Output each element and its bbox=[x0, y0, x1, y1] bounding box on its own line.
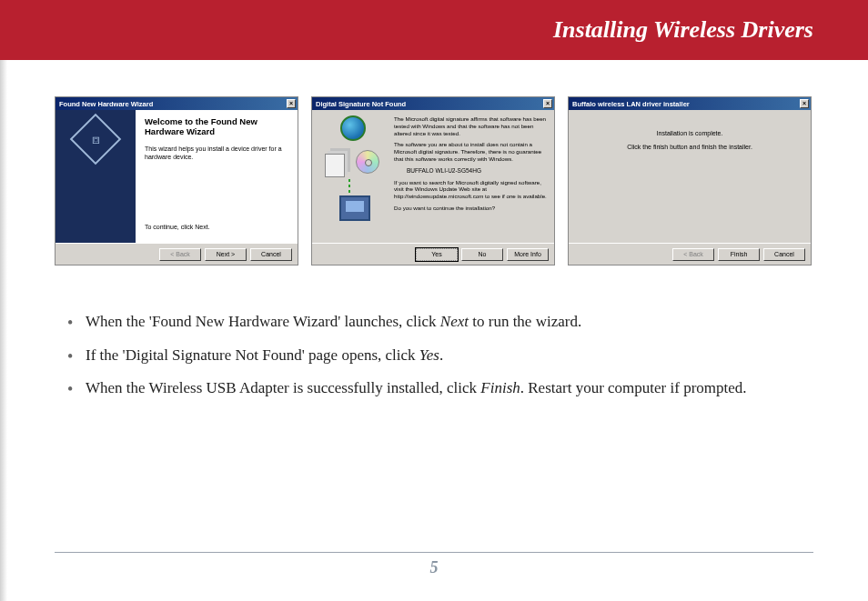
dialog-body: ⧈ Welcome to the Found New Hardware Wiza… bbox=[56, 110, 298, 243]
text: to run the wizard. bbox=[469, 313, 581, 330]
button-row: Yes No More Info bbox=[312, 243, 554, 265]
more-info-button[interactable]: More Info bbox=[507, 248, 549, 261]
text: . Restart your computer if prompted. bbox=[520, 379, 747, 396]
installer-complete-dialog: Buffalo wireless LAN driver installer × … bbox=[568, 96, 812, 265]
instruction-item: When the Wireless USB Adapter is success… bbox=[60, 377, 808, 400]
text: When the Wireless USB Adapter is success… bbox=[86, 379, 480, 396]
dialog-title: Found New Hardware Wizard bbox=[59, 100, 153, 108]
footer: 5 bbox=[55, 552, 813, 577]
instruction-list: When the 'Found New Hardware Wizard' lau… bbox=[55, 311, 813, 400]
arrow-icon bbox=[348, 179, 350, 197]
titlebar: Buffalo wireless LAN driver installer × bbox=[569, 97, 811, 110]
dialog-body: Installation is complete. Click the fini… bbox=[569, 110, 811, 243]
close-icon[interactable]: × bbox=[287, 99, 296, 108]
page-number: 5 bbox=[430, 558, 439, 576]
emphasis: Next bbox=[440, 313, 469, 330]
header-bar: Installing Wireless Drivers bbox=[0, 0, 868, 60]
found-new-hardware-dialog: Found New Hardware Wizard × ⧈ Welcome to… bbox=[55, 96, 298, 265]
digital-signature-dialog: Digital Signature Not Found × The Micros… bbox=[311, 96, 555, 265]
install-complete-text: Installation is complete. bbox=[657, 130, 723, 136]
device-name: BUFFALO WLI-U2-SG54HG bbox=[394, 167, 549, 175]
button-row: < Back Finish Cancel bbox=[569, 243, 811, 265]
content-area: Found New Hardware Wizard × ⧈ Welcome to… bbox=[0, 60, 868, 400]
back-button[interactable]: < Back bbox=[159, 248, 201, 261]
button-row: < Back Next > Cancel bbox=[56, 243, 298, 265]
no-button[interactable]: No bbox=[461, 248, 503, 261]
instruction-item: When the 'Found New Hardware Wizard' lau… bbox=[60, 311, 808, 334]
page-shadow bbox=[0, 60, 7, 601]
titlebar: Digital Signature Not Found × bbox=[312, 97, 554, 110]
text: . bbox=[439, 346, 443, 364]
titlebar: Found New Hardware Wizard × bbox=[56, 97, 298, 110]
cd-icon bbox=[356, 150, 379, 174]
dialog-row: Found New Hardware Wizard × ⧈ Welcome to… bbox=[55, 96, 813, 265]
computer-icon bbox=[339, 195, 370, 221]
sig-p1: The Microsoft digital signature affirms … bbox=[394, 115, 549, 136]
close-icon[interactable]: × bbox=[800, 99, 809, 108]
page-title: Installing Wireless Drivers bbox=[553, 16, 813, 44]
dialog-title: Buffalo wireless LAN driver installer bbox=[572, 100, 690, 108]
close-icon[interactable]: × bbox=[543, 99, 552, 108]
wizard-content: Welcome to the Found New Hardware Wizard… bbox=[136, 110, 298, 243]
emphasis: Yes bbox=[419, 346, 439, 364]
instruction-item: If the 'Digital Signature Not Found' pag… bbox=[60, 345, 808, 367]
install-graphic bbox=[321, 148, 385, 221]
yes-button[interactable]: Yes bbox=[416, 248, 458, 261]
sig-p3: If you want to search for Microsoft digi… bbox=[394, 179, 549, 200]
hardware-icon: ⧈ bbox=[70, 114, 122, 165]
text: If the 'Digital Signature Not Found' pag… bbox=[86, 346, 419, 364]
dialog-body: The Microsoft digital signature affirms … bbox=[312, 110, 554, 243]
globe-icon bbox=[340, 115, 366, 141]
back-button[interactable]: < Back bbox=[672, 248, 714, 261]
cancel-button[interactable]: Cancel bbox=[763, 248, 805, 261]
text: When the 'Found New Hardware Wizard' lau… bbox=[86, 313, 440, 330]
dialog-title: Digital Signature Not Found bbox=[316, 100, 406, 108]
sig-p4: Do you want to continue the installation… bbox=[394, 205, 549, 212]
docs-icon bbox=[325, 154, 345, 177]
signature-graphic bbox=[318, 115, 389, 237]
signature-text: The Microsoft digital signature affirms … bbox=[394, 115, 549, 237]
cancel-button[interactable]: Cancel bbox=[250, 248, 292, 261]
wizard-heading: Welcome to the Found New Hardware Wizard bbox=[145, 117, 288, 137]
wizard-text: This wizard helps you install a device d… bbox=[145, 145, 288, 161]
wizard-sidebar: ⧈ bbox=[56, 110, 136, 243]
install-finish-text: Click the finish button and finish the i… bbox=[627, 144, 752, 150]
wizard-continue: To continue, click Next. bbox=[145, 224, 288, 230]
emphasis: Finish bbox=[480, 379, 520, 396]
next-button[interactable]: Next > bbox=[205, 248, 247, 261]
finish-button[interactable]: Finish bbox=[718, 248, 760, 261]
sig-p2: The software you are about to install do… bbox=[394, 141, 549, 162]
